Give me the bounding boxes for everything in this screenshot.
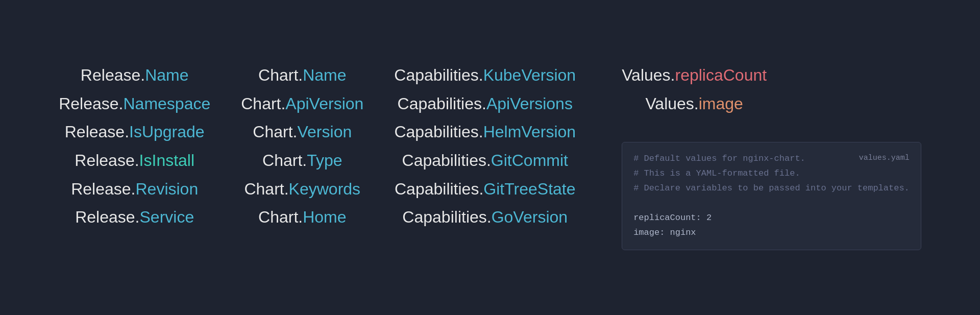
values-replicacount: Values.replicaCount <box>622 65 767 86</box>
chart-column: Chart.Name Chart.ApiVersion Chart.Versio… <box>226 65 379 228</box>
chart-home: Chart.Home <box>258 207 347 228</box>
values-image: Values.image <box>645 93 743 115</box>
chart-apiversion: Chart.ApiVersion <box>241 93 363 115</box>
release-revision: Release.Revision <box>71 179 198 200</box>
code-line-image: image: nginx <box>633 226 910 240</box>
capabilities-gittreestate: Capabilities.GitTreeState <box>395 179 576 200</box>
code-filename: values.yaml <box>859 152 910 165</box>
chart-name: Chart.Name <box>258 65 347 86</box>
capabilities-gitcommit: Capabilities.GitCommit <box>402 150 568 172</box>
release-service: Release.Service <box>75 207 194 228</box>
capabilities-apiversions: Capabilities.ApiVersions <box>398 93 573 115</box>
capabilities-column: Capabilities.KubeVersion Capabilities.Ap… <box>379 65 591 228</box>
release-name: Release.Name <box>81 65 189 86</box>
capabilities-helmversion: Capabilities.HelmVersion <box>394 122 576 143</box>
chart-keywords: Chart.Keywords <box>244 179 360 200</box>
capabilities-goversion: Capabilities.GoVersion <box>402 207 568 228</box>
capabilities-kubeversion: Capabilities.KubeVersion <box>394 65 576 86</box>
code-line-3: # Declare variables to be passed into yo… <box>633 181 910 196</box>
values-items: Values.replicaCount Values.image <box>622 65 767 114</box>
main-container: Release.Name Release.Namespace Release.I… <box>0 44 980 271</box>
chart-version: Chart.Version <box>253 122 352 143</box>
release-namespace: Release.Namespace <box>59 93 210 115</box>
release-isupgrade: Release.IsUpgrade <box>65 122 205 143</box>
release-column: Release.Name Release.Namespace Release.I… <box>43 65 226 228</box>
code-box: values.yaml # Default values for nginx-c… <box>622 142 921 250</box>
chart-type: Chart.Type <box>262 150 342 172</box>
code-line-blank <box>633 196 910 211</box>
code-line-2: # This is a YAML-formatted file. <box>633 166 910 181</box>
values-column: Values.replicaCount Values.image values.… <box>591 65 937 250</box>
release-isinstall: Release.IsInstall <box>75 150 194 172</box>
code-line-replicacount: replicaCount: 2 <box>633 211 910 226</box>
